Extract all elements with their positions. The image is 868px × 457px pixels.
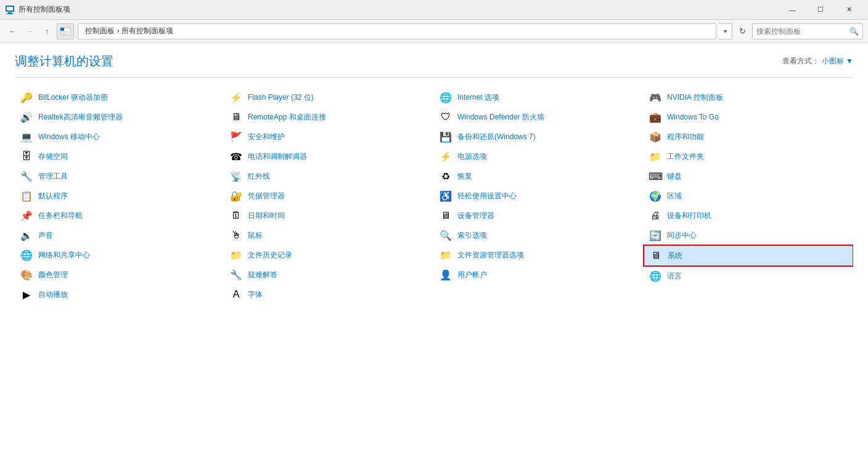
label-keyboard: 键盘	[667, 171, 682, 182]
icon-taskbar-nav: 📌	[20, 209, 33, 222]
icon-indexing: 🔍	[439, 228, 452, 242]
item-user-accounts[interactable]: 👤用户帐户	[434, 265, 644, 285]
label-backup-restore: 备份和还原(Windows 7)	[457, 132, 536, 142]
label-windows-to-go: Windows To Go	[667, 113, 719, 121]
search-box: 🔍	[752, 23, 863, 39]
icon-network-sharing: 🌐	[20, 248, 33, 262]
label-admin-tools: 管理工具	[38, 171, 68, 182]
item-fonts[interactable]: A字体	[224, 285, 434, 304]
label-system: 系统	[668, 251, 682, 261]
item-backup-restore[interactable]: 💾备份和还原(Windows 7)	[434, 127, 644, 147]
icon-devices-printers: 🖨	[649, 209, 662, 222]
item-indexing[interactable]: 🔍索引选项	[434, 225, 644, 245]
label-language: 语言	[667, 271, 682, 281]
item-flash-player[interactable]: ⚡Flash Player (32 位)	[224, 87, 434, 107]
item-internet-options[interactable]: 🌐Internet 选项	[434, 87, 644, 107]
label-infrared: 红外线	[248, 171, 270, 182]
label-devices-printers: 设备和打印机	[667, 211, 711, 221]
icon-autoplay: ▶	[20, 288, 33, 301]
icon-color-management: 🎨	[20, 268, 33, 281]
icon-internet-options: 🌐	[439, 91, 452, 104]
item-nvidia-control[interactable]: 🎮NVIDIA 控制面板	[644, 87, 853, 107]
item-ease-of-access[interactable]: ♿轻松使用设置中心	[434, 186, 644, 206]
items-wrapper: 🔑BitLocker 驱动器加密🔊Realtek高清晰音频管理器💻Windows…	[15, 87, 853, 304]
label-ease-of-access: 轻松使用设置中心	[457, 191, 517, 201]
label-storage-spaces: 存储空间	[38, 152, 68, 162]
label-sync-center: 同步中心	[667, 230, 697, 241]
icon-backup-restore: 💾	[439, 130, 452, 144]
window-controls: — ☐ ✕	[778, 0, 863, 20]
item-default-programs[interactable]: 📋默认程序	[15, 186, 224, 206]
label-flash-player: Flash Player (32 位)	[248, 92, 314, 103]
label-network-sharing: 网络和共享中心	[38, 250, 90, 261]
back-button[interactable]: ←	[5, 24, 20, 39]
item-admin-tools[interactable]: 🔧管理工具	[15, 166, 224, 186]
item-security-maintenance[interactable]: 🚩安全和维护	[224, 127, 434, 147]
item-windows-defender[interactable]: 🛡Windows Defender 防火墙	[434, 107, 644, 127]
icon-realtek: 🔊	[20, 110, 33, 124]
item-network-sharing[interactable]: 🌐网络和共享中心	[15, 245, 224, 265]
item-sync-center[interactable]: 🔄同步中心	[644, 225, 853, 245]
close-button[interactable]: ✕	[835, 0, 863, 20]
item-autoplay[interactable]: ▶自动播放	[15, 285, 224, 304]
item-windows-to-go[interactable]: 💼Windows To Go	[644, 107, 853, 127]
item-color-management[interactable]: 🎨颜色管理	[15, 265, 224, 285]
item-realtek[interactable]: 🔊Realtek高清晰音频管理器	[15, 107, 224, 127]
item-power-options[interactable]: ⚡电源选项	[434, 147, 644, 166]
address-input[interactable]	[78, 23, 716, 39]
app-icon	[5, 5, 15, 15]
icon-admin-tools: 🔧	[20, 169, 33, 183]
icon-security-maintenance: 🚩	[229, 130, 243, 144]
label-realtek: Realtek高清晰音频管理器	[38, 112, 123, 123]
item-credentials[interactable]: 🔐凭据管理器	[224, 186, 434, 206]
item-taskbar-nav[interactable]: 📌任务栏和导航	[15, 206, 224, 225]
refresh-button[interactable]: ↻	[735, 24, 750, 39]
label-fonts: 字体	[248, 289, 263, 300]
location-icon[interactable]	[57, 23, 74, 39]
item-keyboard[interactable]: ⌨键盘	[644, 166, 853, 186]
item-remoteapp[interactable]: 🖥RemoteApp 和桌面连接	[224, 107, 434, 127]
icon-fonts: A	[229, 288, 243, 301]
item-datetime[interactable]: 🗓日期和时间	[224, 206, 434, 225]
icon-datetime: 🗓	[229, 209, 243, 222]
icon-phone-modem: ☎	[229, 150, 243, 163]
item-system[interactable]: 🖥系统	[644, 245, 853, 266]
item-phone-modem[interactable]: ☎电话和调制解调器	[224, 147, 434, 166]
item-storage-spaces[interactable]: 🗄存储空间	[15, 147, 224, 166]
label-taskbar-nav: 任务栏和导航	[38, 211, 83, 221]
forward-button[interactable]: →	[22, 24, 37, 39]
item-file-history[interactable]: 📁文件历史记录	[224, 245, 434, 265]
item-programs-features[interactable]: 📦程序和功能	[644, 127, 853, 147]
icon-remoteapp: 🖥	[229, 110, 243, 124]
minimize-button[interactable]: —	[778, 0, 806, 20]
up-button[interactable]: ↑	[39, 24, 54, 39]
label-default-programs: 默认程序	[38, 191, 68, 201]
item-bitlocker[interactable]: 🔑BitLocker 驱动器加密	[15, 87, 224, 107]
item-recovery[interactable]: ♻恢复	[434, 166, 644, 186]
item-device-manager[interactable]: 🖥设备管理器	[434, 206, 644, 225]
item-region[interactable]: 🌍区域	[644, 186, 853, 206]
item-sound[interactable]: 🔈声音	[15, 225, 224, 245]
item-mouse[interactable]: 🖱鼠标	[224, 225, 434, 245]
label-power-options: 电源选项	[457, 152, 487, 162]
label-device-manager: 设备管理器	[457, 211, 494, 221]
label-autoplay: 自动播放	[38, 289, 68, 300]
item-windows-mobility[interactable]: 💻Windows 移动中心	[15, 127, 224, 147]
icon-infrared: 📡	[229, 169, 243, 183]
svg-rect-1	[7, 7, 13, 10]
search-input[interactable]	[756, 27, 847, 36]
page-header: 调整计算机的设置 查看方式： 小图标 ▼	[15, 53, 853, 70]
view-mode-selector[interactable]: 小图标 ▼	[822, 56, 853, 67]
item-file-explorer-options[interactable]: 📁文件资源管理器选项	[434, 245, 644, 265]
label-datetime: 日期和时间	[248, 211, 285, 221]
item-troubleshooting[interactable]: 🔧疑难解答	[224, 265, 434, 285]
item-infrared[interactable]: 📡红外线	[224, 166, 434, 186]
item-devices-printers[interactable]: 🖨设备和打印机	[644, 206, 853, 225]
maximize-button[interactable]: ☐	[806, 0, 835, 20]
address-dropdown[interactable]: ▾	[719, 23, 732, 39]
icon-system: 🖥	[649, 249, 663, 262]
item-language[interactable]: 🌐语言	[644, 266, 853, 286]
icon-mouse: 🖱	[229, 228, 243, 242]
label-sound: 声音	[38, 230, 53, 241]
item-work-folders[interactable]: 📁工作文件夹	[644, 147, 853, 166]
